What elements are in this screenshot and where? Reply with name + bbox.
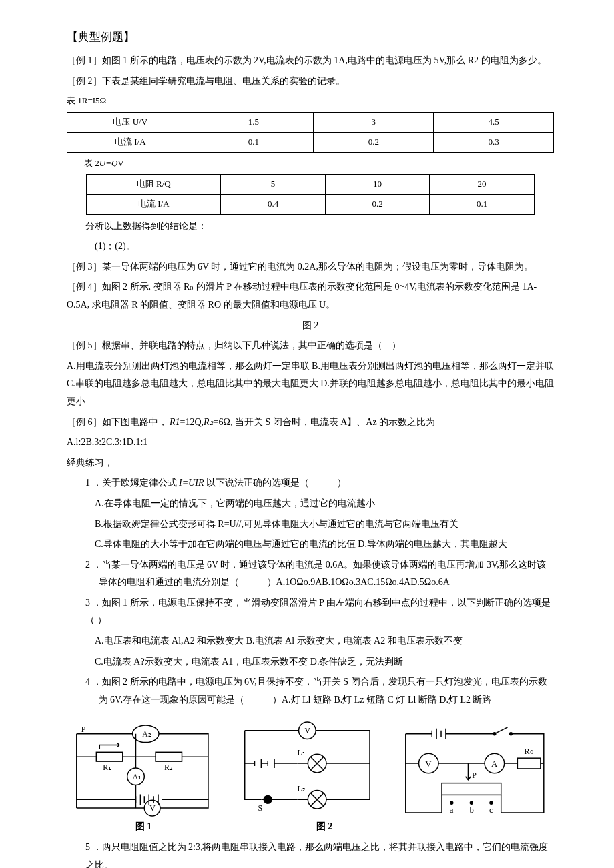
q3-b: C.电流表 A?示数变大，电流表 A1，电压表示数不变 D.条件缺乏，无法判断 (67, 653, 554, 671)
q5: 5 ．两只电阻阻值之比为 2:3,将两电阻串联接入电路，那么两端电压之比，将其并… (67, 839, 554, 868)
q1: 1 ．关于欧姆定律公式 I=UIR 以下说法正确的选项是（ ） (67, 474, 554, 492)
q2: 2 ．当某一导体两端的电压是 6V 时，通过该导体的电流是 0.6A。如果使该导… (67, 556, 554, 592)
diagram-row: P A₂ R₁ R₂ A₁ V V L₁ S L₂ (67, 717, 554, 817)
figure-2-label: 图 2 (244, 818, 404, 836)
svg-point-28 (490, 802, 493, 805)
svg-text:P: P (473, 771, 477, 780)
svg-rect-23 (518, 759, 541, 769)
example-5: ［例 5］根据串、并联电路的特点，归纳以下几种说法，其中正确的选项是（ ） (67, 337, 554, 355)
analysis-text: 分析以上数据得到的结论是： (67, 218, 554, 236)
svg-rect-2 (156, 753, 182, 762)
cell: 5 (221, 175, 325, 195)
ex6-text-c: =6Ω, 当开关 S 闭合时，电流表 A】、Az 的示数之比为 (214, 417, 436, 427)
svg-point-19 (493, 733, 496, 735)
cell: 电流 I/A (67, 132, 194, 152)
svg-text:V: V (426, 759, 432, 769)
q1-b: B.根据欧姆定律公式变形可得 R=U//,可见导体电阻大小与通过它的电流与它两端… (67, 516, 554, 534)
q3: 3 ．如图 1 所示，电源电压保持不变，当滑动变阻器滑片 P 由左端向右移到中点… (67, 594, 554, 630)
q1-a: A.在导体电阻一定的情况下，它两端的电压越大，通过它的电流越小 (67, 495, 554, 513)
svg-text:A₂: A₂ (142, 729, 151, 739)
svg-text:R₂: R₂ (164, 763, 173, 772)
cell: 10 (325, 175, 429, 195)
table-row: 电流 I/A 0.4 0.2 0.1 (87, 194, 535, 214)
ex6-text-a: ［例 6］如下图电路中， (67, 417, 168, 427)
example-6: ［例 6］如下图电路中， R1=12Q,R₂=6Ω, 当开关 S 闭合时，电流表… (67, 414, 554, 432)
ex6-var-r2: R₂ (204, 417, 214, 427)
q4: 4 ．如图 2 所示的电路中，电源电压为 6V,且保持不变，当开关 S 闭合后，… (67, 673, 554, 709)
svg-text:R₀: R₀ (525, 747, 534, 757)
q1-c: C.导体电阻的大小等于加在它两端的电压与通过它的电流的比值 D.导体两端的电压越… (67, 536, 554, 554)
cell: 3 (314, 113, 434, 133)
cell: 0.4 (221, 194, 325, 214)
table-1: 电压 U/V 1.5 3 4.5 电流 I/A 0.1 0.2 0.3 (67, 112, 554, 152)
example-5-options: A.用电流表分别测出两灯泡的电流相等，那么两灯一定串联 B.用电压表分别测出两灯… (67, 358, 554, 411)
svg-text:L₁: L₁ (297, 749, 305, 758)
svg-text:L₂: L₂ (297, 785, 305, 794)
svg-point-27 (471, 802, 473, 805)
cell: 0.2 (325, 194, 429, 214)
svg-text:b: b (470, 805, 474, 815)
table-row: 电阻 R/Q 5 10 20 (87, 175, 535, 195)
cell: 0.1 (430, 194, 534, 214)
table-row: 电压 U/V 1.5 3 4.5 (67, 113, 554, 133)
figure-1-svg: P A₂ R₁ R₂ A₁ V (67, 717, 218, 817)
ex6-var-r1: R1 (170, 417, 180, 427)
cell: 电压 U/V (67, 113, 194, 133)
svg-text:S: S (258, 803, 262, 813)
figure-1-label: 图 1 (67, 818, 220, 836)
svg-rect-25 (442, 783, 501, 795)
example-3: ［例 3］某一导体两端的电压为 6V 时，通过它的电流为 0.2A,那么导体的电… (67, 258, 554, 276)
table2-caption: 表 2U=QV (67, 155, 554, 172)
example-2: ［例 2］下表是某组同学研究电流与电阻、电压关系的实验的记录。 (67, 73, 554, 91)
example-1: ［例 1］如图 1 所示的电路，电压表的示数为 2V,电流表的示数为 1A,电路… (67, 52, 554, 70)
table-2: 电阻 R/Q 5 10 20 电流 I/A 0.4 0.2 0.1 (86, 174, 535, 214)
practice-title: 经典练习， (67, 454, 554, 472)
figure-2-caption: 图 2 (67, 317, 554, 335)
example-4: ［例 4］如图 2 所示, 变阻器 R₀ 的滑片 P 在移动过程中电压表的示数变… (67, 278, 554, 314)
figure-3-svg: P V A R₀ abc (396, 717, 554, 817)
blanks-text: (1)；(2)。 (67, 238, 554, 256)
table1-caption: 表 1R=I5Ω (67, 93, 554, 109)
cell: 电流 I/A (87, 194, 221, 214)
svg-text:c: c (489, 805, 493, 815)
svg-text:V: V (149, 803, 156, 813)
figure-2-svg: V L₁ S L₂ (232, 717, 383, 817)
svg-text:a: a (450, 805, 454, 815)
example-6-options: A.l:2B.3:2C.3:1D.1:1 (67, 434, 554, 452)
cell: 0.2 (314, 132, 434, 152)
cell: 4.5 (434, 113, 554, 133)
q3-a: A.电压表和电流表 Al,A2 和示数变大 B.电流表 Al 示数变大，电流表 … (67, 632, 554, 650)
svg-text:V: V (304, 726, 310, 735)
svg-text:P: P (81, 725, 86, 734)
svg-text:R₁: R₁ (103, 763, 111, 772)
svg-point-26 (450, 802, 453, 805)
cell: 电阻 R/Q (87, 175, 221, 195)
cell: 0.1 (194, 132, 314, 152)
svg-text:A₁: A₁ (133, 772, 142, 781)
cell: 20 (430, 175, 534, 195)
table-row: 电流 I/A 0.1 0.2 0.3 (67, 132, 554, 152)
svg-rect-1 (96, 753, 122, 762)
cell: 0.3 (434, 132, 554, 152)
cell: 1.5 (194, 113, 314, 133)
svg-point-13 (264, 796, 272, 804)
ex6-text-b: =12Q, (180, 417, 204, 427)
page-heading: 【典型例题】 (67, 27, 554, 48)
figure-label-row: 图 1 图 2 (67, 818, 554, 836)
svg-text:A: A (491, 759, 498, 769)
